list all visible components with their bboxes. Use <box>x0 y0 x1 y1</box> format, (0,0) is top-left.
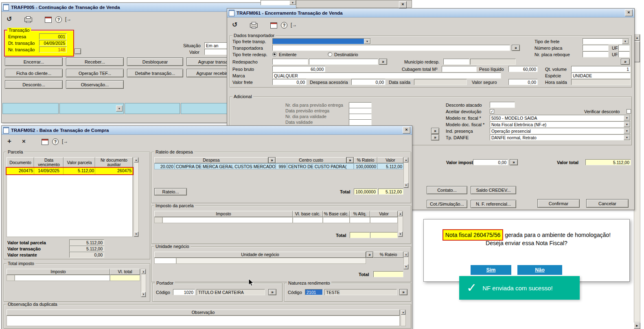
calendar-icon[interactable] <box>45 17 52 23</box>
scroll-down-icon[interactable]: ▼ <box>404 183 408 188</box>
scrollbar-thumb[interactable] <box>634 41 640 62</box>
natureza-nome-field[interactable]: TESTE <box>324 289 397 295</box>
observacao-scrollbar[interactable]: ▲ <box>401 309 406 326</box>
data-saida-field[interactable] <box>414 79 467 85</box>
chevron-down-icon[interactable]: ▼ <box>622 39 629 44</box>
portador-codigo-field[interactable]: 1020 <box>173 289 195 295</box>
delete-icon[interactable]: × <box>22 138 26 145</box>
rateio-scrollbar[interactable]: ▲ ▼ <box>403 157 409 188</box>
titlebar-trafm061[interactable]: TRAFM061 - Encerramento Transação de Ven… <box>227 9 634 18</box>
municipio-nome-field[interactable] <box>470 59 516 65</box>
nr-dia-validade-field[interactable] <box>349 114 372 120</box>
emitente-radio[interactable] <box>272 52 277 57</box>
marca-field[interactable]: QUALQUER <box>272 72 501 79</box>
close-icon[interactable]: × <box>403 127 410 134</box>
nf-referencial-button[interactable]: N. F. referencial... <box>471 200 516 208</box>
data-previsao-field[interactable] <box>349 108 372 114</box>
nr-placa-reboque-field[interactable] <box>583 51 609 57</box>
encerrar-button[interactable]: Encerrar... <box>5 57 63 66</box>
desconto-button[interactable]: Desconto... <box>5 80 63 89</box>
nao-button[interactable]: Não <box>517 265 562 275</box>
help-icon[interactable]: ? <box>52 138 59 145</box>
valor-frete-field[interactable]: 0,00 <box>272 79 307 85</box>
ip-vl-base-cell[interactable] <box>293 217 323 223</box>
receber-button[interactable]: Receber... <box>66 57 124 66</box>
cancelar-button[interactable]: Cancelar <box>586 199 629 208</box>
valor-seguro-field[interactable]: 0,00 <box>508 79 538 85</box>
chevron-down-icon[interactable]: ▼ <box>289 0 296 5</box>
data-validade-field[interactable] <box>349 119 372 125</box>
ficha-cliente-button[interactable]: Ficha do cliente... <box>5 69 63 77</box>
titlebar-trafm052[interactable]: TRAFM052 - Baixa de Transação de Compra … <box>2 126 412 135</box>
destinatario-radio[interactable] <box>328 52 332 57</box>
observacao-cell[interactable] <box>7 316 400 326</box>
exit-icon[interactable]: [→ <box>62 138 68 144</box>
scroll-up-icon[interactable]: ▲ <box>404 158 408 162</box>
tipo-de-frete-combo[interactable]: ▼ <box>583 38 629 44</box>
undo-icon[interactable]: ↺ <box>232 21 237 29</box>
cot-simulacao-button[interactable]: Cot./Simulação... <box>427 200 467 208</box>
centro-custo-lookup-button[interactable]: » <box>346 157 354 163</box>
unidade-lookup-button[interactable]: » <box>366 252 373 258</box>
transportadora-field[interactable] <box>272 45 510 51</box>
chevron-down-icon[interactable]: ▼ <box>624 115 630 121</box>
verificar-desconto-checkbox[interactable] <box>626 109 631 114</box>
redespacho-codigo-field[interactable] <box>272 59 308 65</box>
vl-total-cell[interactable] <box>110 275 140 281</box>
scroll-up-icon[interactable]: ▲ <box>398 211 403 216</box>
scroll-right-icon[interactable]: ▶ <box>634 322 640 329</box>
sim-button[interactable]: Sim <box>471 265 511 275</box>
saldo-credev-button[interactable]: Saldo CREDEV... <box>471 186 516 194</box>
cell-cc-nome[interactable]: CENTRO DE CUSTO PADRA( <box>287 163 354 169</box>
cell-cc-codigo[interactable]: 999 <box>276 163 287 169</box>
lookup-button[interactable] <box>74 48 81 54</box>
tp-danfe-lookup-button[interactable]: » <box>431 134 439 140</box>
print-icon[interactable] <box>24 18 32 22</box>
chevron-down-icon[interactable]: ▼ <box>364 39 370 44</box>
hora-saida-field[interactable] <box>571 79 631 85</box>
portador-lookup-button[interactable]: » <box>268 289 276 295</box>
grid-cell[interactable] <box>125 103 180 114</box>
background-combo-fragment[interactable]: ▼ <box>261 0 296 5</box>
despesa-lookup-button[interactable]: » <box>268 157 276 163</box>
transportadora-lookup-button[interactable]: » <box>512 45 520 51</box>
cell-rateio-valor[interactable]: 5.112,00 <box>377 163 403 169</box>
scroll-down-icon[interactable]: ▼ <box>398 232 403 237</box>
scroll-down-icon[interactable]: ▼ <box>141 292 146 297</box>
uf-field[interactable] <box>618 45 630 51</box>
parcela-scrollbar[interactable]: ▲ ▼ <box>134 157 139 237</box>
scroll-down-icon[interactable]: ▼ <box>134 232 138 237</box>
nr-transacao-field[interactable]: 148 <box>39 46 67 53</box>
un-codigo-cell[interactable] <box>154 258 176 264</box>
scroll-up-icon[interactable]: ▲ <box>634 35 640 41</box>
peso-liquido-field[interactable]: 60,000 <box>508 66 538 72</box>
scroll-up-icon[interactable]: ▲ <box>401 310 405 315</box>
observacao-button[interactable]: Observação... <box>66 80 124 89</box>
ind-presenca-combo[interactable]: Operação presencial ▼ <box>490 128 631 134</box>
aceitar-devolucao-checkbox[interactable]: ✓ <box>490 109 494 114</box>
total-imposto-scrollbar[interactable]: ▲ ▼ <box>141 269 146 297</box>
chevron-down-icon[interactable]: ▼ <box>624 122 630 127</box>
exit-icon[interactable]: [→ <box>65 16 71 22</box>
detalhe-transacao-button[interactable]: Detalhe transação... <box>127 69 183 77</box>
especie-field[interactable]: UNIDADE <box>571 72 631 79</box>
help-icon[interactable]: ? <box>281 22 287 29</box>
grid-cell-combo[interactable]: ▼ <box>59 103 124 114</box>
desconto-atacado-field[interactable] <box>490 102 515 108</box>
print-icon[interactable] <box>250 23 258 28</box>
contato-button[interactable]: Contato... <box>427 186 467 194</box>
desbloquear-button[interactable]: Desbloquear <box>127 57 183 66</box>
undo-icon[interactable]: ↺ <box>7 15 12 23</box>
exit-icon[interactable]: [→ <box>291 22 297 28</box>
natureza-codigo-field[interactable]: 2101 <box>305 289 323 295</box>
imposto-gutter-cell[interactable] <box>7 275 15 281</box>
portador-nome-field[interactable]: TITULO EM CARTEIRA <box>197 289 265 295</box>
page-vertical-scrollbar[interactable]: ▲ <box>634 34 640 322</box>
numero-placa-field[interactable] <box>583 45 609 51</box>
operacao-tef-button[interactable]: Operação TEF... <box>66 69 124 77</box>
valor-imposto-field[interactable]: 0,00 <box>473 159 508 165</box>
cell-despesa-codigo[interactable]: 20.020 <box>154 163 175 169</box>
chevron-down-icon[interactable]: ▼ <box>624 128 630 134</box>
modelo-doc-fiscal-combo[interactable]: Nota Fiscal Eletrônica (NF-e) ▼ <box>490 121 631 127</box>
imposto-cell[interactable] <box>15 275 110 281</box>
